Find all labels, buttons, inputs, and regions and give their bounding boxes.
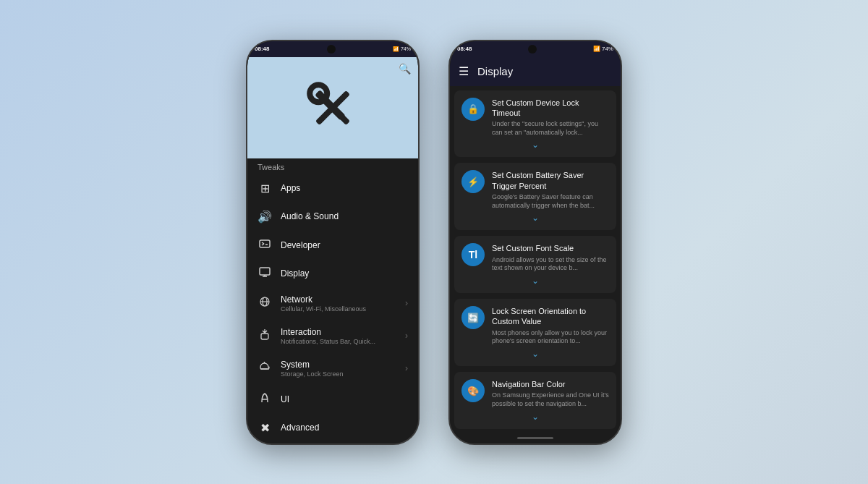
system-chevron: › <box>405 363 408 373</box>
menu-item-developer[interactable]: Developer <box>247 231 418 260</box>
menu-item-apps[interactable]: ⊞ Apps <box>247 174 418 203</box>
card-nav-title: Navigation Bar Color <box>492 379 609 389</box>
network-label: Network <box>281 294 396 305</box>
time-1: 08:48 <box>255 46 269 52</box>
phone-2: 08:48 📶 74% ☰ Display 🔒 Set Custom Devic… <box>448 40 622 445</box>
card-font-title: Set Custom Font Scale <box>492 243 609 253</box>
advanced-label: Advanced <box>281 423 408 433</box>
hamburger-icon[interactable]: ☰ <box>459 64 469 78</box>
menu-item-network[interactable]: Network Cellular, Wi-Fi, Miscellaneous › <box>247 287 418 320</box>
system-label: System <box>281 360 396 370</box>
status-bar-2: 08:48 📶 74% <box>450 41 621 57</box>
search-icon[interactable]: 🔍 <box>399 63 411 75</box>
interaction-sub: Notifications, Status Bar, Quick... <box>281 338 396 345</box>
card-nav-icon: 🎨 <box>461 379 485 402</box>
phone1-header: 🔍 <box>247 57 418 158</box>
tweaks-logo <box>300 75 365 140</box>
display-label: Display <box>281 268 408 279</box>
status-icons-1: 📶 74% <box>393 46 411 52</box>
phone-1: 08:48 📶 74% 🔍 Tweaks <box>246 40 420 445</box>
display-screen-header: ☰ Display <box>450 57 621 86</box>
card-battery-saver[interactable]: ⚡ Set Custom Battery Saver Trigger Perce… <box>454 163 616 230</box>
card-font-chevron: ⌄ <box>461 276 609 286</box>
card-lock-icon: 🔒 <box>461 98 485 121</box>
home-bar-2 <box>450 433 621 443</box>
menu-item-interaction[interactable]: Interaction Notifications, Status Bar, Q… <box>247 320 418 352</box>
card-orientation-chevron: ⌄ <box>461 349 609 359</box>
card-battery-icon: ⚡ <box>461 170 485 193</box>
svg-line-6 <box>262 244 264 245</box>
time-2: 08:48 <box>457 46 472 52</box>
card-orientation-desc: Most phones only allow you to lock your … <box>492 329 609 346</box>
menu-item-system[interactable]: System Storage, Lock Screen › <box>247 352 418 385</box>
menu-list: ⊞ Apps 🔊 Audio & Sound <box>247 174 418 442</box>
developer-icon <box>258 238 272 252</box>
ui-label: UI <box>281 394 408 404</box>
card-lock-chevron: ⌄ <box>461 140 609 150</box>
svg-rect-4 <box>260 240 270 247</box>
svg-rect-8 <box>260 268 270 275</box>
card-orientation-title: Lock Screen Orientation to Custom Value <box>492 306 609 327</box>
display-icon <box>258 267 272 280</box>
audio-icon: 🔊 <box>258 210 272 224</box>
system-sub: Storage, Lock Screen <box>281 370 396 378</box>
system-icon <box>258 361 272 375</box>
card-orientation-icon: 🔄 <box>461 306 485 329</box>
status-bar-1: 08:48 📶 74% <box>247 41 418 57</box>
ui-icon <box>258 392 272 407</box>
interaction-label: Interaction <box>281 327 396 337</box>
menu-item-ui[interactable]: UI <box>247 385 418 414</box>
menu-item-advanced[interactable]: ✖ Advanced <box>247 414 418 442</box>
network-chevron: › <box>405 298 408 308</box>
svg-rect-14 <box>261 334 268 339</box>
audio-label: Audio & Sound <box>281 211 408 221</box>
advanced-icon: ✖ <box>258 421 272 435</box>
menu-item-audio[interactable]: 🔊 Audio & Sound <box>247 203 418 231</box>
apps-label: Apps <box>281 183 408 193</box>
card-lock-desc: Under the "secure lock settings", you ca… <box>492 120 609 137</box>
card-battery-chevron: ⌄ <box>461 213 609 223</box>
menu-item-display[interactable]: Display <box>247 260 418 287</box>
card-nav-desc: On Samsung Experience and One UI it's po… <box>492 391 609 408</box>
card-nav-chevron: ⌄ <box>461 412 609 422</box>
interaction-chevron: › <box>405 331 408 341</box>
card-device-lock[interactable]: 🔒 Set Custom Device Lock Timeout Under t… <box>454 90 616 158</box>
card-battery-title: Set Custom Battery Saver Trigger Percent <box>492 170 609 191</box>
network-sub: Cellular, Wi-Fi, Miscellaneous <box>281 305 396 313</box>
network-icon <box>258 296 272 310</box>
apps-icon: ⊞ <box>258 182 272 195</box>
card-orientation[interactable]: 🔄 Lock Screen Orientation to Custom Valu… <box>454 299 616 366</box>
more-label: More <box>247 442 418 443</box>
status-icons-2: 📶 74% <box>593 46 613 52</box>
card-lock-title: Set Custom Device Lock Timeout <box>492 98 609 119</box>
tweaks-section-title: Tweaks <box>247 158 418 174</box>
card-nav-color[interactable]: 🎨 Navigation Bar Color On Samsung Experi… <box>454 372 616 429</box>
card-font-desc: Android allows you to set the size of th… <box>492 256 609 273</box>
card-battery-desc: Google's Battery Saver feature can autom… <box>492 193 609 210</box>
screen-title: Display <box>477 65 513 77</box>
card-font-scale[interactable]: Tl Set Custom Font Scale Android allows … <box>454 236 616 293</box>
card-font-icon: Tl <box>461 243 485 266</box>
home-indicator <box>517 437 553 439</box>
interaction-icon <box>258 328 272 343</box>
developer-label: Developer <box>281 240 408 250</box>
display-cards-container: 🔒 Set Custom Device Lock Timeout Under t… <box>450 86 621 433</box>
